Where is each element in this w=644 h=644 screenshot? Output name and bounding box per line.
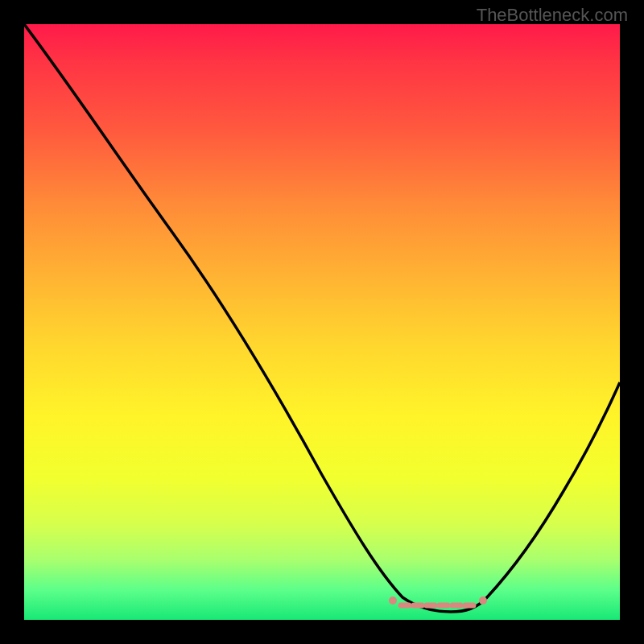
plot-area	[24, 24, 620, 620]
svg-point-0	[389, 597, 397, 605]
watermark-text: TheBottleneck.com	[477, 5, 628, 26]
svg-point-1	[479, 597, 487, 605]
bottleneck-curve	[24, 24, 620, 612]
chart-svg	[24, 24, 620, 620]
chart-container: TheBottleneck.com	[0, 0, 644, 644]
